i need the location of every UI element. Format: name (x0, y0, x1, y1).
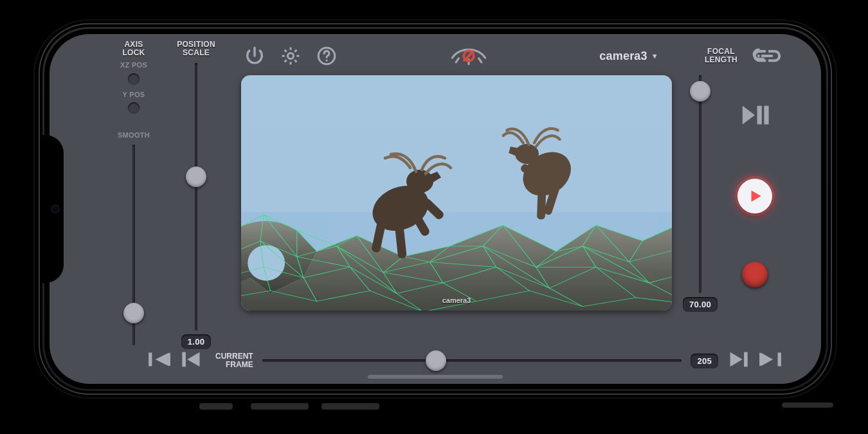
xz-pos-toggle[interactable] (128, 73, 140, 85)
right-panel: 70.00 (677, 74, 786, 312)
phone-notch (42, 135, 64, 283)
axis-lock-label: AXIS LOCK (122, 41, 145, 57)
camera-selector-label: camera3 (599, 50, 647, 63)
next-frame-icon[interactable] (727, 349, 749, 372)
svg-rect-8 (371, 221, 386, 253)
svg-marker-28 (730, 352, 743, 367)
svg-rect-20 (764, 105, 768, 124)
y-pos-label: Y POS (123, 91, 145, 99)
svg-rect-19 (757, 105, 762, 124)
viewport-container: camera3 (240, 74, 673, 312)
svg-rect-29 (744, 352, 748, 367)
svg-point-7 (406, 170, 433, 193)
y-pos-toggle[interactable] (128, 102, 140, 114)
phone-bezel: AXIS LOCK XZ POS Y POS SMOOTH POSITION S… (44, 29, 826, 389)
prev-frame-icon[interactable] (181, 349, 203, 372)
viewport-camera-caption: camera3 (442, 296, 471, 304)
current-frame-label: CURRENT FRAME (215, 352, 253, 368)
visibility-off-icon[interactable] (446, 45, 492, 67)
xz-pos-label: XZ POS (120, 62, 147, 69)
record-play-button[interactable] (737, 179, 772, 213)
svg-rect-15 (537, 190, 546, 220)
svg-marker-27 (187, 352, 199, 367)
svg-marker-21 (752, 190, 761, 201)
position-scale-slider[interactable] (187, 63, 205, 330)
svg-rect-9 (395, 225, 407, 258)
focal-length-label: FOCAL LENGTH (705, 48, 737, 64)
power-icon[interactable] (244, 45, 266, 67)
svg-marker-18 (743, 105, 755, 124)
smooth-label: SMOOTH (118, 132, 150, 140)
camera-selector[interactable]: camera3 ▼ (599, 50, 658, 63)
app-window: AXIS LOCK XZ POS Y POS SMOOTH POSITION S… (50, 34, 821, 384)
last-frame-icon[interactable] (758, 349, 782, 372)
top-toolbar: camera3 ▼ FOCAL LENGTH (240, 38, 786, 74)
position-scale-label: POSITION SCALE (177, 41, 215, 57)
phone-side-button (782, 402, 834, 408)
gear-icon[interactable] (280, 45, 302, 67)
focal-length-slider[interactable] (691, 75, 709, 293)
svg-rect-32 (778, 352, 781, 366)
timeline-slider[interactable] (262, 350, 682, 371)
help-icon[interactable] (316, 45, 338, 67)
svg-point-2 (325, 60, 327, 62)
home-indicator (368, 375, 503, 379)
focal-length-value[interactable]: 70.00 (683, 297, 718, 312)
play-pause-icon[interactable] (739, 102, 770, 131)
phone-mute-switch (199, 403, 233, 410)
phone-frame: AXIS LOCK XZ POS Y POS SMOOTH POSITION S… (39, 23, 832, 395)
first-frame-icon[interactable] (147, 349, 172, 372)
link-icon[interactable] (752, 46, 782, 66)
scene-moose-left (345, 133, 460, 268)
viewport[interactable]: camera3 (241, 75, 672, 311)
svg-rect-22 (149, 352, 152, 366)
scene-moose-right (500, 103, 609, 230)
svg-marker-31 (761, 352, 773, 366)
left-panel: AXIS LOCK XZ POS Y POS SMOOTH POSITION S… (109, 38, 236, 349)
phone-volume-up (251, 403, 309, 410)
position-scale-value[interactable]: 1.00 (181, 334, 212, 349)
phone-volume-down (321, 403, 379, 410)
svg-rect-26 (182, 352, 186, 367)
svg-point-0 (287, 53, 293, 59)
current-frame-value[interactable]: 205 (691, 354, 718, 368)
smooth-slider[interactable] (125, 145, 143, 345)
record-button[interactable] (742, 262, 768, 287)
chevron-down-icon: ▼ (651, 52, 658, 60)
timeline-bar: CURRENT FRAME 205 (109, 349, 786, 372)
